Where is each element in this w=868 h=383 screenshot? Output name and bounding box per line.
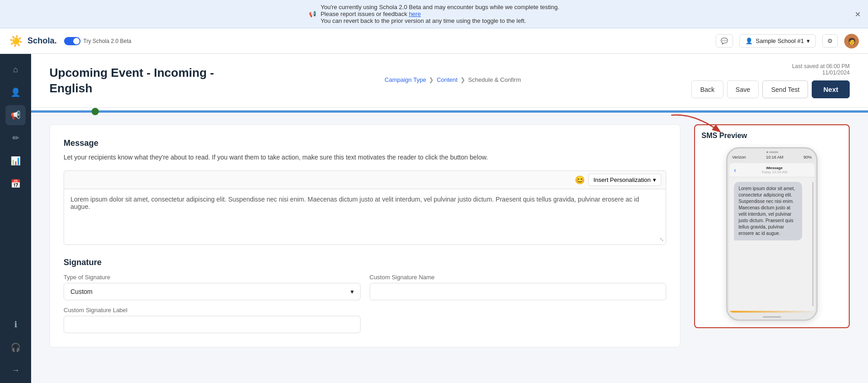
sidebar-item-campaigns[interactable]: 📢 [5, 105, 26, 125]
carrier-text: Verizon [732, 155, 746, 160]
logo: ☀️ Schola. [9, 35, 57, 48]
breadcrumb-area: Campaign Type ❯ Content ❯ Schedule & Con… [385, 76, 521, 85]
custom-signature-label-label: Custom Signature Label [64, 307, 361, 314]
message-section-title: Message [64, 138, 666, 148]
breadcrumb-step1[interactable]: Campaign Type [385, 76, 426, 83]
message-textarea[interactable] [70, 196, 659, 237]
top-banner: 📢 You're currently using Schola 2.0 Beta… [0, 0, 868, 28]
signature-section-title: Signature [64, 258, 666, 267]
message-section: Message Let your recipients know what th… [64, 138, 666, 245]
phone-screen: ‹ iMessage Today 10:16 AM Lorem i [729, 163, 814, 313]
breadcrumb: Campaign Type ❯ Content ❯ Schedule & Con… [385, 76, 521, 83]
emoji-icon[interactable]: 😊 [575, 175, 585, 185]
header-actions: Back Save Send Test Next [691, 80, 850, 98]
progress-dot [92, 108, 99, 115]
message-editor-body: Lorem ipsum dolor sit amet, consectetur … [64, 189, 666, 245]
banner-link[interactable]: here [409, 11, 421, 17]
custom-signature-name-group: Custom Signature Name [370, 274, 667, 300]
sidebar-item-expand[interactable]: → [5, 360, 26, 380]
header-meta: Last saved at 06:00 PM 11/01/2024 Back S… [691, 63, 850, 98]
breadcrumb-chevron2: ❯ [460, 76, 465, 83]
phone-mockup: Verizon 10:16 AM 90% ‹ iMessage [701, 147, 842, 321]
avatar: 🧑 [844, 34, 859, 48]
phone-messages: Lorem ipsum dolor sit amet, consectetur … [729, 177, 814, 311]
phone-frame: Verizon 10:16 AM 90% ‹ iMessage [726, 147, 818, 321]
send-test-button[interactable]: Send Test [762, 80, 808, 98]
custom-signature-name-input[interactable] [370, 283, 667, 300]
dropdown-arrow-icon: ▾ [653, 176, 656, 183]
type-of-signature-label: Type of Signature [64, 274, 361, 281]
sidebar-item-home[interactable]: ⌂ [5, 59, 26, 80]
last-saved: Last saved at 06:00 PM 11/01/2024 [792, 63, 850, 76]
phone-screen-header: ‹ iMessage Today 10:16 AM [729, 163, 814, 177]
chevron-down-icon: ▾ [807, 37, 810, 44]
resize-handle[interactable]: ⤡ [659, 236, 664, 243]
type-of-signature-select[interactable]: Custom ▾ [64, 283, 361, 300]
select-chevron-icon: ▾ [350, 288, 354, 295]
breadcrumb-chevron1: ❯ [429, 76, 434, 83]
personalization-button[interactable]: Insert Personalization ▾ [588, 174, 661, 186]
page-title-area: Upcoming Event - Incoming - English [49, 65, 214, 96]
app-layout: ⌂ 👤 📢 ✏ 📊 📅 ℹ 🎧 → Upcoming Event - Incom… [0, 54, 868, 383]
battery-text: 90% [803, 155, 812, 160]
save-button[interactable]: Save [727, 80, 759, 98]
chat-button[interactable]: 💬 [716, 34, 733, 48]
signature-form-row: Type of Signature Custom ▾ Custom Signat… [64, 274, 666, 300]
home-bar [763, 316, 781, 318]
sidebar-item-support[interactable]: 🎧 [5, 337, 26, 357]
user-icon: 👤 [745, 37, 753, 44]
logo-sun-icon: ☀️ [9, 35, 23, 48]
banner-text: You're currently using Schola 2.0 Beta a… [321, 4, 560, 24]
today-time-label: Today 10:16 AM [761, 170, 787, 174]
custom-signature-label-group: Custom Signature Label [64, 307, 361, 333]
header-bar: ☀️ Schola. Try Schola 2.0 Beta 💬 👤 Sampl… [0, 28, 868, 54]
breadcrumb-step2[interactable]: Content [437, 76, 458, 83]
signature-section: Signature Type of Signature Custom ▾ Cus [64, 258, 666, 333]
sidebar: ⌂ 👤 📢 ✏ 📊 📅 ℹ 🎧 → [0, 54, 31, 383]
content-wrapper: Message Let your recipients know what th… [31, 115, 868, 356]
imessage-area: iMessage Today 10:16 AM [739, 166, 810, 174]
sidebar-item-analytics[interactable]: 📊 [5, 151, 26, 171]
message-section-desc: Let your recipients know what they're ab… [64, 153, 666, 162]
page-title: Upcoming Event - Incoming - English [49, 65, 214, 96]
main-content: Upcoming Event - Incoming - English Camp… [31, 54, 868, 383]
sms-message-bubble: Lorem ipsum dolor sit amet, consectetur … [734, 182, 802, 240]
content-left-panel: Message Let your recipients know what th… [49, 124, 680, 347]
header-right: 💬 👤 Sample School #1 ▾ ⚙ 🧑 [716, 34, 859, 48]
back-arrow-icon: ‹ [734, 166, 736, 174]
back-button[interactable]: Back [691, 80, 723, 98]
toggle-label: Try Schola 2.0 Beta [83, 38, 131, 44]
custom-signature-name-label: Custom Signature Name [370, 274, 667, 281]
phone-home-bar [728, 314, 816, 319]
imessage-label: iMessage [766, 166, 782, 170]
type-of-signature-group: Type of Signature Custom ▾ [64, 274, 361, 300]
progress-bar-area [31, 108, 868, 115]
custom-signature-label-input[interactable] [64, 316, 361, 333]
banner-icon: 📢 [309, 11, 316, 17]
school-name: Sample School #1 [755, 37, 804, 44]
phone-scrollbar [812, 182, 814, 306]
beta-toggle-area[interactable]: Try Schola 2.0 Beta [64, 37, 131, 45]
banner-close-button[interactable]: ✕ [855, 10, 861, 18]
signature-type-value: Custom [70, 288, 92, 295]
school-selector[interactable]: 👤 Sample School #1 ▾ [739, 34, 816, 48]
gear-icon: ⚙ [827, 37, 833, 44]
sidebar-item-people[interactable]: 👤 [5, 82, 26, 102]
logo-text: Schola. [27, 36, 57, 46]
chat-icon: 💬 [721, 37, 728, 44]
sms-message-text: Lorem ipsum dolor sit amet, consectetur … [739, 186, 795, 236]
toggle-pill[interactable] [64, 37, 81, 45]
sms-preview-title: SMS Preview [701, 132, 842, 140]
personalization-label: Insert Personalization [593, 176, 651, 183]
phone-status-bar: Verizon 10:16 AM 90% [728, 153, 816, 161]
content-area: Message Let your recipients know what th… [31, 115, 868, 356]
sidebar-item-calendar[interactable]: 📅 [5, 174, 26, 194]
sms-preview-card: SMS Preview Verizon [694, 124, 850, 328]
sidebar-item-info[interactable]: ℹ [5, 314, 26, 335]
editor-toolbar: 😊 Insert Personalization ▾ [64, 170, 666, 189]
settings-button[interactable]: ⚙ [822, 34, 838, 48]
page-header: Upcoming Event - Incoming - English Camp… [31, 54, 868, 108]
next-button[interactable]: Next [812, 80, 850, 98]
sidebar-item-editor[interactable]: ✏ [5, 128, 26, 148]
highlight-bar [729, 311, 814, 313]
